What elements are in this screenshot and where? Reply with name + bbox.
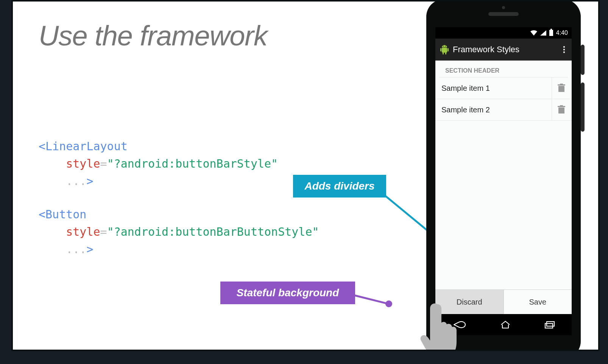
android-icon: [440, 45, 449, 54]
list-item[interactable]: Sample item 1: [435, 78, 572, 99]
list-item-label: Sample item 1: [441, 84, 490, 93]
svg-rect-6: [445, 52, 446, 54]
section-header: SECTION HEADER: [439, 61, 568, 78]
action-bar: Framework Styles: [435, 39, 572, 61]
signal-icon: [540, 30, 546, 36]
svg-rect-5: [443, 52, 444, 54]
svg-point-7: [443, 46, 444, 47]
status-bar: 4:40: [435, 27, 572, 39]
wifi-icon: [530, 30, 537, 36]
battery-icon: [549, 30, 553, 36]
callout-stateful-background: Stateful background: [220, 282, 355, 304]
svg-rect-4: [447, 48, 449, 51]
svg-line-1: [354, 295, 390, 304]
trash-icon[interactable]: [557, 105, 566, 114]
annotation-dot: [385, 300, 392, 307]
overflow-icon[interactable]: [561, 44, 567, 55]
list-item[interactable]: Sample item 2: [435, 99, 572, 120]
app-title: Framework Styles: [453, 45, 519, 54]
svg-rect-12: [558, 107, 564, 114]
status-time: 4:40: [556, 30, 568, 36]
svg-rect-11: [560, 84, 563, 85]
save-button[interactable]: Save: [504, 290, 572, 314]
svg-rect-3: [440, 48, 441, 51]
list-item-label: Sample item 2: [441, 106, 490, 114]
nav-bar: [435, 314, 572, 335]
slide-title: Use the framework: [39, 20, 267, 52]
code-button: <Button style="?android:buttonBarButtonS…: [39, 206, 319, 258]
svg-rect-14: [560, 105, 563, 106]
home-icon[interactable]: [500, 320, 511, 329]
recents-icon[interactable]: [544, 320, 555, 329]
svg-rect-2: [442, 48, 447, 53]
callout-adds-dividers: Adds dividers: [293, 175, 386, 198]
code-linearlayout: <LinearLayout style="?android:buttonBarS…: [39, 138, 278, 190]
button-bar: Discard Save: [435, 289, 572, 314]
discard-button[interactable]: Discard: [435, 290, 504, 314]
trash-icon[interactable]: [557, 84, 566, 93]
svg-point-8: [445, 46, 446, 47]
svg-rect-9: [558, 86, 564, 92]
back-icon[interactable]: [452, 320, 467, 329]
phone-mockup: 4:40: [426, 0, 581, 351]
